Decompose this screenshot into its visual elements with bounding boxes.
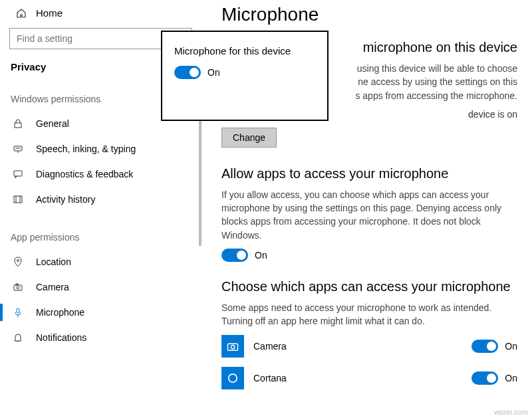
sidebar-item-camera[interactable]: Camera bbox=[0, 274, 201, 300]
svg-point-12 bbox=[17, 286, 19, 289]
section3-desc: Some apps need to access your microphone… bbox=[221, 301, 517, 328]
sidebar-item-label: Notifications bbox=[36, 332, 86, 343]
sidebar-item-label: Diagnostics & feedback bbox=[36, 169, 133, 179]
notifications-icon bbox=[12, 332, 24, 344]
cortana-app-icon bbox=[221, 367, 244, 389]
camera-app-toggle[interactable] bbox=[471, 340, 498, 353]
location-icon bbox=[12, 256, 24, 268]
sidebar-item-label: Microphone bbox=[36, 307, 84, 318]
microphone-device-popup: Microphone for this device On bbox=[161, 31, 329, 121]
home-link[interactable]: Home bbox=[0, 7, 201, 28]
svg-rect-14 bbox=[17, 308, 19, 313]
sidebar-item-diagnostics[interactable]: Diagnostics & feedback bbox=[0, 161, 201, 187]
sidebar-item-speech[interactable]: Speech, inking, & typing bbox=[0, 136, 201, 161]
cortana-app-toggle-label: On bbox=[505, 373, 517, 383]
cortana-app-toggle[interactable] bbox=[471, 371, 498, 385]
allow-apps-toggle[interactable] bbox=[221, 249, 248, 262]
svg-point-17 bbox=[229, 373, 237, 382]
svg-rect-6 bbox=[14, 171, 22, 176]
popup-title: Microphone for this device bbox=[174, 45, 315, 56]
watermark: wsxin.com bbox=[494, 408, 528, 416]
sidebar-item-label: Location bbox=[36, 257, 71, 267]
change-button[interactable]: Change bbox=[221, 128, 277, 148]
svg-point-10 bbox=[17, 260, 19, 262]
app-name: Cortana bbox=[253, 373, 287, 383]
sidebar-item-activity[interactable]: Activity history bbox=[0, 187, 201, 212]
svg-rect-7 bbox=[14, 196, 22, 203]
search-input[interactable] bbox=[17, 33, 152, 44]
allow-apps-toggle-label: On bbox=[255, 250, 267, 261]
section3-heading: Choose which apps can access your microp… bbox=[221, 279, 517, 294]
activity-icon bbox=[12, 193, 24, 205]
svg-rect-2 bbox=[15, 123, 21, 128]
sidebar-item-notifications[interactable]: Notifications bbox=[0, 325, 201, 350]
app-name: Camera bbox=[253, 341, 287, 352]
section2-heading: Allow apps to access your microphone bbox=[221, 166, 517, 181]
app-row-cortana: Cortana On bbox=[221, 367, 517, 389]
svg-point-16 bbox=[231, 345, 235, 349]
section-app-permissions: App permissions bbox=[0, 227, 201, 249]
camera-icon bbox=[12, 281, 24, 293]
home-icon bbox=[16, 8, 27, 19]
lock-icon bbox=[12, 118, 24, 130]
sidebar-item-location[interactable]: Location bbox=[0, 249, 201, 274]
camera-app-toggle-label: On bbox=[505, 341, 517, 352]
speech-icon bbox=[12, 143, 24, 155]
camera-app-icon bbox=[221, 335, 244, 358]
svg-rect-15 bbox=[228, 344, 238, 350]
device-microphone-toggle-label: On bbox=[207, 67, 220, 78]
sidebar-item-label: Speech, inking, & typing bbox=[36, 144, 136, 154]
microphone-icon bbox=[12, 306, 24, 318]
sidebar-item-label: General bbox=[36, 118, 69, 129]
sidebar-item-microphone[interactable]: Microphone bbox=[0, 300, 201, 325]
app-row-camera: Camera On bbox=[221, 335, 517, 358]
sidebar-item-label: Camera bbox=[36, 282, 69, 292]
sidebar-item-label: Activity history bbox=[36, 194, 95, 205]
device-microphone-toggle[interactable] bbox=[174, 66, 201, 79]
section2-desc: If you allow access, you can choose whic… bbox=[221, 188, 517, 242]
feedback-icon bbox=[12, 168, 24, 180]
svg-rect-11 bbox=[14, 285, 22, 290]
svg-rect-13 bbox=[16, 284, 18, 285]
home-label: Home bbox=[36, 7, 63, 19]
